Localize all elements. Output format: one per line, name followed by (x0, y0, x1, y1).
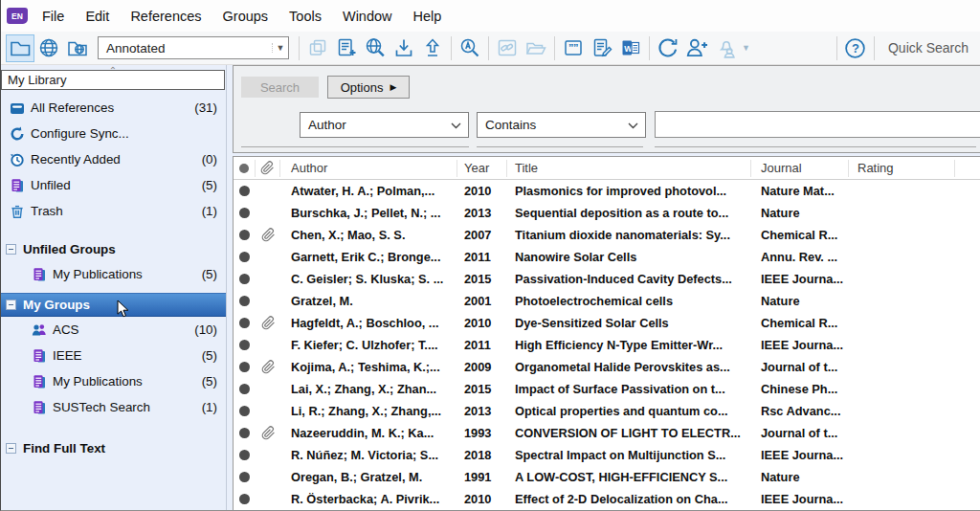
rating-column-header[interactable]: Rating (849, 160, 955, 177)
sync-icon[interactable] (654, 34, 682, 62)
table-row[interactable]: Nazeeruddin, M. K.; Ka... 1993 CONVERSIO… (234, 422, 980, 444)
table-row[interactable]: Gratzel, M. 2001 Photoelectrochemical ce… (234, 290, 980, 312)
collapse-minus-icon[interactable] (6, 443, 16, 454)
integrated-mode-icon[interactable] (63, 34, 92, 62)
table-row[interactable]: Hagfeldt, A.; Boschloo, ... 2010 Dye-Sen… (234, 312, 980, 334)
table-row[interactable]: Lai, X.; Zhang, X.; Zhan... 2015 Impact … (234, 378, 980, 400)
help-icon[interactable]: ? (841, 34, 870, 62)
menu-help[interactable]: Help (403, 0, 453, 32)
table-row[interactable]: Garnett, Erik C.; Bronge... 2011 Nanowir… (234, 246, 980, 268)
menu-references[interactable]: References (120, 0, 212, 32)
chevron-down-icon[interactable]: ▼ (742, 43, 750, 53)
local-library-mode-icon[interactable] (6, 34, 34, 62)
sidebar-item-ieee[interactable]: IEEE (5) (1, 343, 226, 368)
journal-column-header[interactable]: Journal (751, 160, 849, 177)
output-style-selector[interactable]: Annotated ▼ (98, 36, 289, 59)
sidebar-item-label: All References (31, 100, 114, 115)
group-header-unfiled-groups[interactable]: Unfiled Groups (1, 236, 226, 261)
sidebar-item-unfiled[interactable]: Unfiled (5) (1, 172, 226, 198)
table-row[interactable]: F. Kiefer; C. Ulzhofer; T.... 2011 High … (234, 334, 980, 356)
group-sections: Unfiled Groups My Publications (5) My Gr… (1, 236, 226, 460)
unread-dot-icon (239, 406, 250, 416)
group-header-my-groups[interactable]: My Groups (1, 293, 226, 317)
search-panel: Search Options ▶ Author Contains (233, 65, 980, 153)
format-bibliography-icon[interactable] (588, 34, 616, 62)
search-query-input[interactable] (655, 111, 980, 138)
insert-citation-icon[interactable]: ”” (559, 34, 588, 62)
menu-window[interactable]: Window (332, 0, 403, 32)
menu-edit[interactable]: Edit (75, 0, 120, 32)
year-column-header[interactable]: Year (457, 160, 507, 177)
find-full-text-icon[interactable] (456, 34, 484, 62)
my-library-header[interactable]: ⌃ My Library (1, 70, 225, 90)
sidebar-item-label: My Publications (53, 267, 143, 281)
group-header-find-full-text[interactable]: Find Full Text (1, 435, 226, 460)
read-status-column-header[interactable] (234, 160, 256, 177)
sidebar-item-sustech-search[interactable]: SUSTech Search (1) (1, 394, 226, 420)
open-link-icon[interactable] (493, 34, 522, 62)
menu-file[interactable]: File (32, 0, 75, 32)
new-reference-icon[interactable] (332, 34, 361, 62)
sidebar-item-acs[interactable]: ACS (10) (1, 317, 226, 343)
sidebar-item-count: (5) (202, 374, 226, 389)
row-journal: Chemical R... (751, 228, 849, 242)
table-row[interactable]: R. Núñez; M. Victoria; S... 2018 Spectra… (234, 444, 980, 466)
row-title: Effect of 2-D Delocalization on Cha... (507, 492, 751, 506)
menu-bar: EN FileEditReferencesGroupsToolsWindowHe… (1, 0, 980, 32)
collapse-minus-icon[interactable] (6, 300, 16, 310)
row-title: Spectral Impact on Multijunction S... (507, 448, 751, 462)
sidebar-item-recently-added[interactable]: Recently Added (0) (1, 146, 226, 172)
search-field-select[interactable]: Author (300, 112, 469, 138)
collapse-minus-icon[interactable] (6, 244, 16, 255)
attachment-column-header[interactable] (256, 160, 280, 177)
menu-items: FileEditReferencesGroupsToolsWindowHelp (32, 0, 452, 32)
share-library-icon[interactable] (682, 34, 711, 62)
table-row[interactable]: Li, R.; Zhang, X.; Zhang,... 2013 Optica… (234, 400, 980, 422)
go-to-word-icon[interactable]: W (616, 34, 645, 62)
group-icon (30, 322, 48, 338)
online-search-mode-icon[interactable] (34, 34, 63, 62)
row-year: 2011 (457, 338, 507, 352)
online-search-icon[interactable] (361, 34, 390, 62)
row-journal: IEEE Journa... (751, 338, 849, 352)
menu-groups[interactable]: Groups (212, 0, 279, 32)
unread-dot-icon (239, 450, 250, 460)
chevron-down-icon[interactable]: ▼ (272, 43, 288, 53)
open-file-icon[interactable] (522, 34, 550, 62)
table-row[interactable]: Oregan, B.; Gratzel, M. 1991 A LOW-COST,… (234, 466, 980, 488)
options-button[interactable]: Options ▶ (327, 76, 410, 99)
unread-dot-icon (239, 252, 250, 262)
search-button[interactable]: Search (241, 77, 319, 98)
table-row[interactable]: Kojima, A.; Teshima, K.;... 2009 Organom… (234, 356, 980, 378)
table-row[interactable]: Chen, X.; Mao, S. S. 2007 Titanium dioxi… (234, 224, 980, 246)
author-column-header[interactable]: Author (280, 160, 457, 177)
search-operator-select[interactable]: Contains (477, 112, 646, 138)
sidebar-item-count: (31) (194, 100, 226, 115)
quick-search[interactable]: Quick Search (879, 40, 976, 56)
sidebar-item-my-publications[interactable]: My Publications (5) (1, 261, 226, 287)
collapse-chevron-icon[interactable]: ⌃ (109, 65, 117, 76)
sidebar-item-trash[interactable]: Trash (1) (1, 198, 226, 224)
sidebar-item-all-references[interactable]: All References (31) (1, 95, 226, 121)
alerts-icon[interactable] (711, 34, 740, 62)
document-icon (30, 266, 48, 282)
table-row[interactable]: R. Österbacka; A. Pivrik... 2010 Effect … (234, 488, 980, 510)
menu-tools[interactable]: Tools (278, 0, 332, 32)
row-author: C. Geisler; S. Kluska; S. ... (280, 272, 457, 286)
import-icon[interactable] (390, 34, 418, 62)
table-row[interactable]: C. Geisler; S. Kluska; S. ... 2015 Passi… (234, 268, 980, 290)
title-column-header[interactable]: Title (507, 160, 751, 177)
unread-dot-icon (239, 164, 249, 173)
copy-to-local-library-icon[interactable] (303, 34, 332, 62)
table-row[interactable]: Atwater, H. A.; Polman,... 2010 Plasmoni… (234, 180, 980, 202)
unread-dot-icon (239, 274, 250, 284)
table-header: Author Year Title Journal Rating (234, 157, 980, 180)
unread-dot-icon (239, 186, 250, 196)
sidebar-item-label: Trash (31, 204, 63, 218)
export-icon[interactable] (418, 34, 447, 62)
row-title: Optical properties and quantum co... (507, 404, 751, 418)
sidebar-item-my-publications[interactable]: My Publications (5) (1, 368, 226, 394)
row-author: F. Kiefer; C. Ulzhofer; T.... (280, 338, 457, 352)
sidebar-item-configure-sync[interactable]: Configure Sync... (1, 121, 226, 146)
table-row[interactable]: Burschka, J.; Pellet, N.; ... 2013 Seque… (234, 202, 980, 224)
